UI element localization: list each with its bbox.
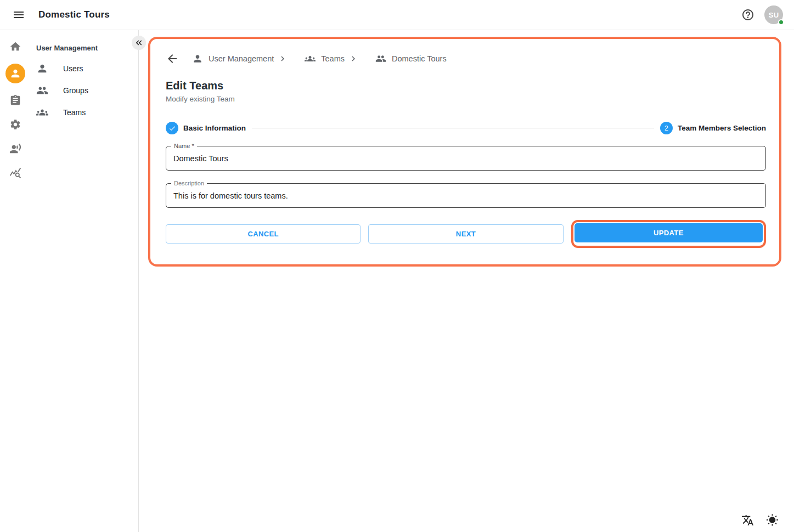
sidebar-header: User Management [30, 38, 138, 58]
translate-icon[interactable] [741, 514, 754, 527]
name-field-label: Name * [171, 143, 197, 149]
group-icon [375, 53, 386, 64]
cancel-button[interactable]: CANCEL [166, 224, 361, 244]
settings-gear-icon [9, 118, 21, 131]
icon-rail [0, 30, 30, 532]
floating-tools [741, 514, 779, 527]
online-status-dot [778, 19, 784, 25]
help-icon[interactable] [741, 8, 754, 21]
breadcrumb-teams[interactable]: Teams [305, 53, 345, 64]
breadcrumb-label: Teams [321, 54, 345, 63]
user-management-icon [5, 64, 25, 83]
step-label: Basic Information [183, 124, 246, 132]
voice-over-user-icon [9, 143, 21, 155]
form-actions: CANCEL NEXT UPDATE [166, 220, 766, 248]
sidebar-item-label: Teams [63, 108, 86, 117]
breadcrumb-user-management[interactable]: User Management [192, 53, 274, 64]
sidebar-item-label: Users [63, 64, 83, 73]
user-avatar[interactable]: SU [764, 5, 783, 24]
user-icon [36, 63, 48, 75]
user-icon [192, 53, 203, 64]
rail-tasks[interactable] [3, 91, 27, 110]
chevron-right-icon [278, 54, 288, 64]
step-team-members-selection[interactable]: 2 Team Members Selection [660, 122, 766, 134]
update-button[interactable]: UPDATE [575, 223, 763, 242]
home-icon [9, 41, 21, 53]
group-icon [36, 84, 48, 97]
breadcrumb-domestic-tours[interactable]: Domestic Tours [375, 53, 447, 64]
stepper: Basic Information 2 Team Members Selecti… [166, 122, 766, 134]
back-arrow-icon[interactable] [166, 52, 179, 65]
teams-icon [36, 106, 48, 118]
page-subtitle: Modify existing Team [166, 95, 766, 103]
sidebar-item-label: Groups [63, 86, 88, 95]
teams-icon [305, 53, 316, 64]
rail-analytics[interactable] [3, 163, 27, 182]
edit-team-panel-highlight: User Management Teams [148, 37, 781, 267]
rail-settings[interactable] [3, 115, 27, 134]
rail-home[interactable] [3, 37, 27, 56]
description-field: Description [166, 183, 766, 208]
breadcrumb-label: Domestic Tours [392, 54, 447, 63]
sidebar: User Management Users Groups Teams [30, 30, 139, 532]
sidebar-item-groups[interactable]: Groups [30, 80, 138, 101]
description-field-label: Description [171, 180, 207, 186]
step-number: 2 [660, 122, 673, 134]
description-input[interactable] [173, 191, 758, 200]
sidebar-item-users[interactable]: Users [30, 58, 138, 80]
chevron-right-icon [348, 54, 358, 64]
app-title: Domestic Tours [38, 9, 110, 20]
page-title: Edit Teams [166, 80, 766, 92]
sidebar-item-teams[interactable]: Teams [30, 101, 138, 123]
update-button-highlight: UPDATE [571, 220, 766, 248]
rail-user-management[interactable] [3, 61, 27, 86]
main-content: User Management Teams [139, 30, 794, 532]
breadcrumb-label: User Management [209, 54, 274, 63]
topbar: Domestic Tours SU [0, 0, 794, 30]
step-label: Team Members Selection [678, 124, 766, 132]
clipboard-tasks-icon [9, 94, 21, 106]
name-input[interactable] [173, 154, 758, 163]
rail-voice-over[interactable] [3, 139, 27, 158]
sidebar-collapse-button[interactable] [132, 36, 146, 50]
next-button[interactable]: NEXT [368, 224, 563, 244]
step-basic-information[interactable]: Basic Information [166, 122, 246, 134]
brightness-icon[interactable] [766, 514, 779, 527]
breadcrumb: User Management Teams [166, 52, 766, 65]
step-check-icon [166, 122, 178, 134]
menu-icon[interactable] [12, 8, 25, 21]
analytics-search-icon [9, 167, 21, 179]
double-chevron-left-icon [134, 38, 144, 48]
stepper-connector [252, 128, 654, 128]
name-field: Name * [166, 146, 766, 171]
